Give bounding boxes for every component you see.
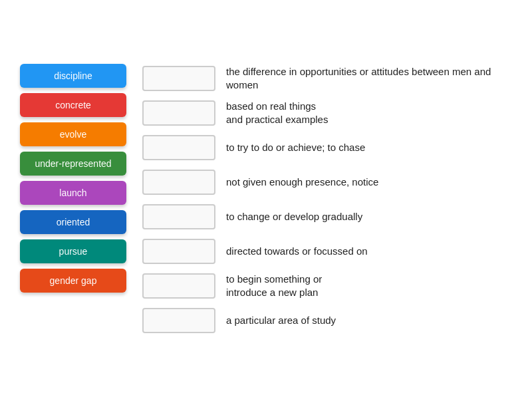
word-btn-evolve[interactable]: evolve [20,122,126,146]
match-box-6[interactable] [142,239,215,264]
definition-5: to change or develop gradually [226,210,512,223]
definition-6: directed towards or focussed on [226,245,512,258]
match-box-2[interactable] [142,100,215,126]
match-row-4: not given enough presence, notice [142,168,512,197]
match-row-6: directed towards or focussed on [142,237,512,266]
match-row-8: a particular area of study [142,306,512,335]
definition-4: not given enough presence, notice [226,176,512,189]
definition-8: a particular area of study [226,314,512,327]
match-box-1[interactable] [142,66,215,91]
word-btn-discipline[interactable]: discipline [20,64,126,88]
match-row-1: the difference in opportunities or attit… [142,64,512,93]
match-box-8[interactable] [142,308,215,333]
match-row-2: based on real thingsand practical exampl… [142,98,512,128]
word-list: disciplineconcreteevolveunder-represente… [20,64,126,293]
match-box-5[interactable] [142,204,215,229]
match-box-3[interactable] [142,135,215,160]
definition-2: based on real thingsand practical exampl… [226,100,512,127]
definition-7: to begin something orintroduce a new pla… [226,273,512,300]
match-row-5: to change or develop gradually [142,202,512,231]
word-btn-pursue[interactable]: pursue [20,239,126,263]
word-btn-concrete[interactable]: concrete [20,93,126,117]
definition-list: the difference in opportunities or attit… [142,64,512,335]
word-btn-under-represented[interactable]: under-represented [20,152,126,176]
match-box-4[interactable] [142,170,215,195]
word-btn-launch[interactable]: launch [20,181,126,205]
match-row-7: to begin something orintroduce a new pla… [142,271,512,301]
main-container: disciplineconcreteevolveunder-represente… [0,44,532,355]
match-box-7[interactable] [142,273,215,299]
definition-1: the difference in opportunities or attit… [226,65,512,92]
word-btn-gender gap[interactable]: gender gap [20,269,126,293]
word-btn-oriented[interactable]: oriented [20,210,126,234]
match-row-3: to try to do or achieve; to chase [142,133,512,162]
definition-3: to try to do or achieve; to chase [226,141,512,154]
